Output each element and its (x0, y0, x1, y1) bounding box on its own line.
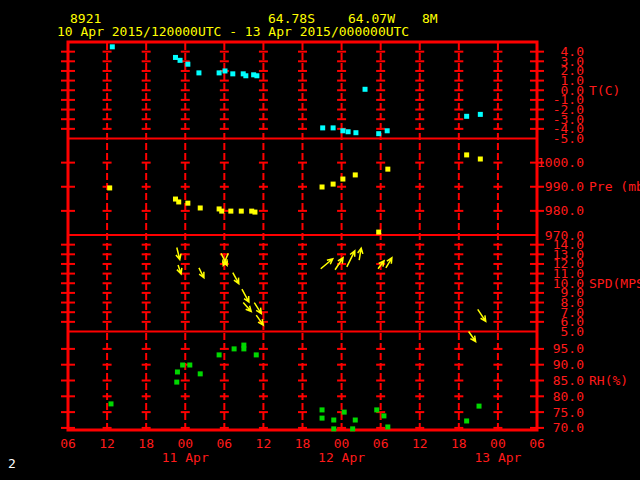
data-point-relative_humidity (174, 380, 179, 385)
data-point-temperature (478, 112, 483, 117)
unit-label-wind_speed: SPD(MPS) (589, 277, 640, 290)
data-point-temperature (178, 58, 183, 63)
data-point-temperature (464, 114, 469, 119)
x-tick-label: 12 (249, 437, 277, 450)
date-label: 13 Apr (474, 451, 522, 464)
y-tick-label-relative_humidity: 75.0 (522, 406, 584, 419)
data-point-temperature (230, 71, 235, 76)
data-point-relative_humidity (381, 413, 386, 418)
data-point-relative_humidity (353, 418, 358, 423)
data-point-pressure (228, 209, 233, 214)
data-point-temperature (110, 44, 115, 49)
pressure-series (107, 152, 483, 234)
data-point-pressure (376, 230, 381, 235)
wind-arrow (358, 248, 363, 260)
x-tick-label: 00 (171, 437, 199, 450)
data-point-relative_humidity (232, 346, 237, 351)
data-point-pressure (107, 185, 112, 190)
temperature-series (110, 44, 483, 136)
data-point-temperature (385, 128, 390, 133)
x-tick-label: 00 (484, 437, 512, 450)
x-tick-label: 18 (132, 437, 160, 450)
y-tick-label-temperature: -5.0 (522, 132, 584, 145)
data-point-temperature (185, 62, 190, 67)
date-label: 11 Apr (161, 451, 209, 464)
x-tick-label: 06 (54, 437, 82, 450)
data-point-temperature (331, 125, 336, 130)
wind-arrow (469, 332, 476, 342)
page-number: 2 (8, 457, 16, 470)
data-point-pressure (320, 184, 325, 189)
y-tick-label-wind_speed: 5.0 (522, 325, 584, 338)
data-point-relative_humidity (198, 371, 203, 376)
wind-arrow (347, 251, 355, 267)
data-point-temperature (346, 129, 351, 134)
meteogram-screen: 8921 64.78S 64.07W 8M 10 Apr 2015/120000… (0, 0, 640, 480)
data-point-temperature (254, 73, 259, 78)
data-point-pressure (219, 209, 224, 214)
wind-arrow (243, 303, 251, 312)
data-point-pressure (478, 157, 483, 162)
data-point-temperature (376, 131, 381, 136)
data-point-temperature (243, 73, 248, 78)
data-point-temperature (222, 68, 227, 73)
data-point-relative_humidity (342, 410, 347, 415)
wind-arrow (199, 268, 204, 278)
unit-label-pressure: Pre (mb) (589, 180, 640, 193)
y-tick-label-relative_humidity: 90.0 (522, 358, 584, 371)
x-tick-label: 12 (406, 437, 434, 450)
data-point-relative_humidity (187, 363, 192, 368)
data-point-pressure (239, 209, 244, 214)
wind-arrow (321, 259, 333, 269)
data-point-temperature (196, 70, 201, 75)
x-tick-label: 00 (328, 437, 356, 450)
wind-arrow (233, 273, 239, 284)
wind-arrow (478, 309, 486, 321)
data-point-relative_humidity (385, 424, 390, 429)
relative_humidity-series (108, 343, 481, 432)
data-point-temperature (363, 87, 368, 92)
wind-arrow (177, 265, 182, 274)
data-point-temperature (353, 130, 358, 135)
unit-label-temperature: T(C) (589, 84, 620, 97)
data-point-temperature (320, 125, 325, 130)
data-point-pressure (176, 199, 181, 204)
data-point-temperature (217, 70, 222, 75)
y-tick-label-pressure: 1000.0 (522, 156, 584, 169)
x-tick-label: 18 (289, 437, 317, 450)
data-point-pressure (252, 210, 257, 215)
data-point-relative_humidity (464, 418, 469, 423)
data-point-relative_humidity (241, 346, 246, 351)
data-point-relative_humidity (320, 407, 325, 412)
data-point-relative_humidity (331, 426, 336, 431)
data-point-relative_humidity (254, 352, 259, 357)
wind_speed-series (176, 248, 486, 342)
x-tick-label: 18 (445, 437, 473, 450)
y-tick-label-relative_humidity: 85.0 (522, 374, 584, 387)
wind-arrow (176, 248, 181, 260)
data-point-relative_humidity (331, 418, 336, 423)
wind-arrow (386, 258, 392, 268)
data-point-relative_humidity (175, 369, 180, 374)
data-point-pressure (198, 205, 203, 210)
data-point-pressure (331, 182, 336, 187)
x-tick-label: 06 (210, 437, 238, 450)
data-point-relative_humidity (217, 352, 222, 357)
data-point-relative_humidity (108, 401, 113, 406)
data-point-relative_humidity (374, 407, 379, 412)
data-point-pressure (385, 167, 390, 172)
date-label: 12 Apr (318, 451, 366, 464)
data-point-relative_humidity (180, 363, 185, 368)
data-point-relative_humidity (350, 426, 355, 431)
x-tick-label: 06 (367, 437, 395, 450)
data-point-relative_humidity (320, 416, 325, 421)
y-tick-label-pressure: 990.0 (522, 180, 584, 193)
x-tick-label: 12 (93, 437, 121, 450)
y-tick-label-pressure: 980.0 (522, 204, 584, 217)
y-tick-label-relative_humidity: 95.0 (522, 342, 584, 355)
wind-arrow (242, 289, 249, 302)
data-point-temperature (173, 55, 178, 60)
wind-arrow (256, 315, 263, 325)
data-point-pressure (340, 177, 345, 182)
y-tick-label-relative_humidity: 70.0 (522, 421, 584, 434)
